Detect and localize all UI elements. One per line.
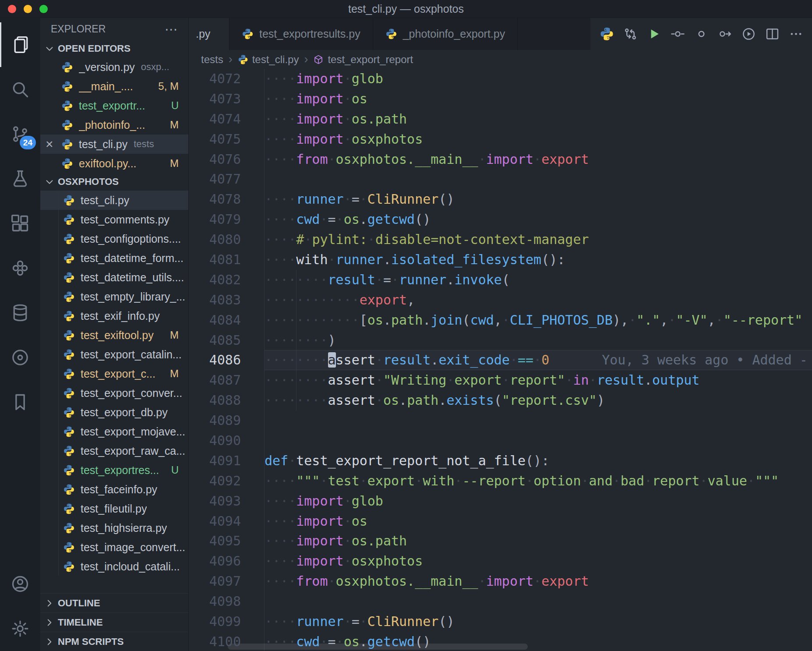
file-tree-item[interactable]: test_export_db.py	[40, 403, 188, 422]
project-section-header[interactable]: OSXPHOTOS	[40, 173, 188, 191]
circled-play-icon[interactable]	[737, 18, 760, 50]
editor-tab[interactable]: test_exportresults.py	[229, 18, 373, 50]
python-logo-icon[interactable]	[595, 18, 618, 50]
code-line[interactable]: 4098	[189, 591, 812, 612]
split-editor-icon[interactable]	[760, 18, 784, 50]
open-editor-item[interactable]: _version.pyosxp...	[40, 57, 188, 77]
line-number[interactable]: 4081	[189, 250, 265, 270]
line-number[interactable]: 4088	[189, 390, 265, 410]
disc-icon[interactable]	[0, 335, 40, 380]
line-number[interactable]: 4098	[189, 591, 265, 612]
file-tree-item[interactable]: test_export_raw_ca...	[40, 441, 188, 460]
line-number[interactable]: 4072	[189, 69, 265, 89]
line-number[interactable]: 4086	[189, 350, 265, 370]
bookmark-icon[interactable]	[0, 380, 40, 425]
code-line[interactable]: 4081····with·runner.isolated_filesystem(…	[189, 250, 812, 270]
line-number[interactable]: 4073	[189, 89, 265, 109]
maximize-window-button[interactable]	[39, 5, 48, 13]
line-number[interactable]: 4074	[189, 109, 265, 129]
code-line[interactable]: 4083············export,	[189, 290, 812, 310]
line-number[interactable]: 4077	[189, 169, 265, 189]
test-flask-icon[interactable]	[0, 156, 40, 201]
line-number[interactable]: 4099	[189, 612, 265, 632]
circle-icon[interactable]	[689, 18, 713, 50]
line-number[interactable]: 4093	[189, 491, 265, 511]
flower-icon[interactable]	[0, 246, 40, 290]
code-line[interactable]: 4072····import·glob	[189, 69, 812, 89]
code-line[interactable]: 4085········)	[189, 330, 812, 350]
open-editor-item[interactable]: _photoinfo_...M	[40, 115, 188, 134]
file-tree-item[interactable]: test_exif_info.py	[40, 306, 188, 326]
files-icon[interactable]	[0, 22, 40, 67]
minimize-window-button[interactable]	[24, 5, 32, 13]
code-line[interactable]: 4077	[189, 169, 812, 189]
more-actions-icon[interactable]: ⋯	[165, 26, 179, 32]
code-line[interactable]: 4095····import·os.path	[189, 531, 812, 551]
code-editor[interactable]: 4072····import·glob4073····import·os4074…	[189, 69, 812, 651]
sidebar-section-npm-scripts[interactable]: NPM SCRIPTS	[40, 632, 188, 651]
code-line[interactable]: 4090	[189, 431, 812, 451]
line-number[interactable]: 4094	[189, 511, 265, 531]
code-line[interactable]: 4078····runner·=·CliRunner()	[189, 189, 812, 209]
close-icon[interactable]: ×	[46, 138, 61, 151]
line-number[interactable]: 4084	[189, 310, 265, 330]
file-tree-item[interactable]: test_comments.py	[40, 210, 188, 229]
run-line-icon[interactable]	[666, 18, 689, 50]
code-line[interactable]: 4097····from·osxphotos.__main__·import·e…	[189, 571, 812, 591]
line-number[interactable]: 4085	[189, 330, 265, 350]
code-line[interactable]: 4099····runner·=·CliRunner()	[189, 612, 812, 632]
sidebar-section-outline[interactable]: OUTLINE	[40, 593, 188, 612]
code-line[interactable]: 4079····cwd·=·os.getcwd()	[189, 209, 812, 230]
line-number[interactable]: 4075	[189, 129, 265, 149]
open-editor-item[interactable]: test_exportr...U	[40, 96, 188, 115]
source-control-icon[interactable]: 24	[0, 112, 40, 156]
breadcrumb-item[interactable]: test_cli.py	[238, 53, 299, 66]
code-line[interactable]: 4087········assert·"Writing·export·repor…	[189, 370, 812, 390]
file-tree-item[interactable]: test_incloud_catali...	[40, 557, 188, 576]
settings-gear-icon[interactable]	[0, 606, 40, 651]
code-line[interactable]: 4092····"""·test·export·with·--report·op…	[189, 471, 812, 491]
file-tree-item[interactable]: test_configoptions....	[40, 229, 188, 248]
line-number[interactable]: 4092	[189, 471, 265, 491]
code-line[interactable]: 4074····import·os.path	[189, 109, 812, 129]
file-tree-item[interactable]: test_export_catalin...	[40, 345, 188, 364]
file-tree-item[interactable]: test_exportres...U	[40, 460, 188, 480]
code-line[interactable]: 4075····import·osxphotos	[189, 129, 812, 149]
close-window-button[interactable]	[8, 5, 16, 13]
code-line[interactable]: 4082········result·=·runner.invoke(	[189, 270, 812, 290]
line-number[interactable]: 4076	[189, 149, 265, 170]
code-line[interactable]: 4088········assert·os.path.exists("repor…	[189, 390, 812, 410]
file-tree-item[interactable]: test_exiftool.pyM	[40, 326, 188, 345]
code-line[interactable]: 4094····import·os	[189, 511, 812, 531]
open-editor-item[interactable]: exiftool.py...M	[40, 154, 188, 173]
database-icon[interactable]	[0, 290, 40, 335]
line-number[interactable]: 4096	[189, 551, 265, 571]
file-tree-item[interactable]: test_export_mojave...	[40, 422, 188, 441]
code-line[interactable]: 4084············[os.path.join(cwd,·CLI_P…	[189, 310, 812, 330]
open-editor-item[interactable]: ×test_cli.pytests	[40, 134, 188, 154]
file-tree-item[interactable]: test_datetime_form...	[40, 248, 188, 268]
line-number[interactable]: 4097	[189, 571, 265, 591]
code-line[interactable]: 4080····#·pylint:·disable=not-context-ma…	[189, 230, 812, 250]
code-line[interactable]: 4091def·test_export_report_not_a_file():	[189, 451, 812, 471]
breadcrumb-item[interactable]: tests	[201, 53, 223, 66]
file-tree-item[interactable]: test_cli.py	[40, 191, 188, 210]
line-number[interactable]: 4095	[189, 531, 265, 551]
file-tree-item[interactable]: test_empty_library_...	[40, 287, 188, 306]
open-editor-item[interactable]: __main_....5, M	[40, 77, 188, 96]
editor-tab[interactable]: _photoinfo_export.py	[373, 18, 518, 50]
sidebar-section-timeline[interactable]: TIMELINE	[40, 612, 188, 632]
extensions-icon[interactable]	[0, 201, 40, 246]
line-number[interactable]: 4078	[189, 189, 265, 209]
line-number[interactable]: 4080	[189, 230, 265, 250]
open-editors-section-header[interactable]: OPEN EDITORS	[40, 40, 188, 57]
file-tree-item[interactable]: test_highsierra.py	[40, 518, 188, 538]
line-number[interactable]: 4083	[189, 290, 265, 310]
account-icon[interactable]	[0, 562, 40, 606]
line-number[interactable]: 4090	[189, 431, 265, 451]
code-line[interactable]: 4073····import·os	[189, 89, 812, 109]
compare-changes-icon[interactable]	[618, 18, 642, 50]
file-tree-item[interactable]: test_datetime_utils....	[40, 268, 188, 287]
file-tree-item[interactable]: test_export_conver...	[40, 383, 188, 403]
line-number[interactable]: 4091	[189, 451, 265, 471]
